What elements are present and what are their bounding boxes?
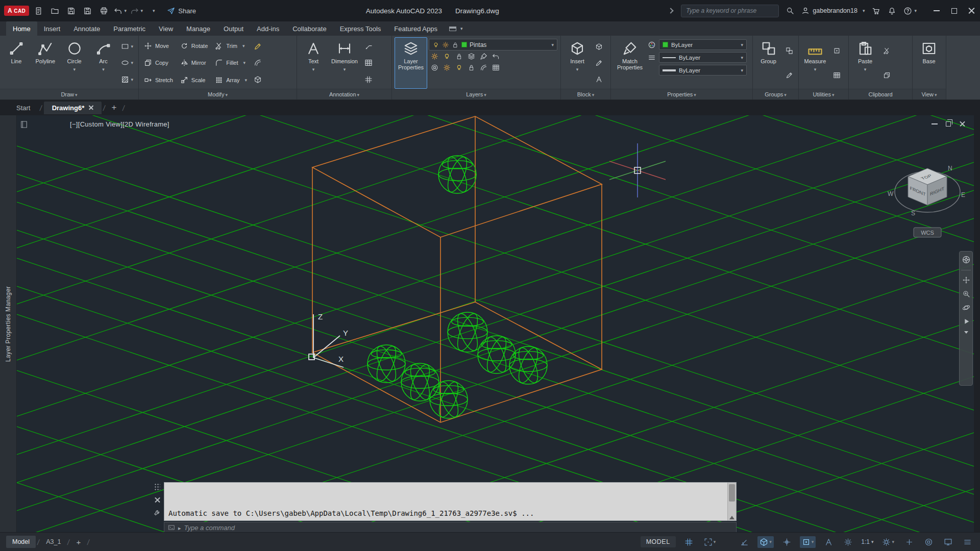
array-button[interactable]: Array [212,76,250,84]
app-store-cart-icon[interactable] [872,7,880,15]
layer-isolate-icon[interactable] [431,64,438,71]
object-color-dropdown[interactable]: ByLayer [659,39,747,50]
viewport-minimize-button[interactable] [932,123,938,124]
snap-mode-toggle[interactable] [702,536,718,548]
properties-panel-label[interactable]: Properties [611,89,752,99]
offset-button[interactable] [252,58,263,67]
layer-make-current-icon[interactable] [468,53,475,60]
text-button[interactable]: Text [300,37,327,89]
layer-properties-button[interactable]: Layer Properties [395,37,427,89]
command-window-grip[interactable] [154,483,160,491]
utilities-panel-label[interactable]: Utilities [799,89,848,99]
layer-off-icon[interactable] [431,53,438,60]
annotation-monitor-toggle[interactable] [903,536,916,548]
block-panel-label[interactable]: Block [561,89,610,99]
modify-panel-label[interactable]: Modify [139,89,297,99]
layer-previous-icon[interactable] [492,53,500,60]
new-drawing-button[interactable] [31,4,45,18]
compass-south[interactable]: S [911,210,915,217]
layer-lock-fade-icon[interactable] [468,64,475,71]
navbar-menu-button[interactable] [964,331,968,334]
mirror-button[interactable]: Mirror [178,59,210,67]
tab-featured-apps[interactable]: Featured Apps [387,21,444,36]
viewport-restore-button[interactable] [946,121,951,127]
viewport-close-button[interactable] [960,121,965,127]
isolate-objects-button[interactable] [922,536,935,548]
layer-dropdown[interactable]: Pintas [429,39,557,51]
save-as-button[interactable] [80,4,94,18]
hatch-tool-button[interactable] [119,75,135,84]
arc-dropdown-arrow[interactable] [102,66,105,74]
base-view-button[interactable]: Base [915,37,943,89]
paste-dropdown-arrow[interactable] [864,66,867,74]
notifications-bell-icon[interactable] [888,7,896,15]
maximize-button[interactable] [945,0,963,21]
define-attributes-button[interactable] [594,75,604,84]
rectangle-tool-button[interactable] [119,42,135,51]
command-customize-wrench-icon[interactable] [154,509,161,516]
grid-display-toggle[interactable] [682,536,695,548]
rotate-button[interactable]: Rotate [178,42,210,50]
circle-dropdown-arrow[interactable] [73,66,76,74]
tab-addins[interactable]: Add-ins [250,21,286,36]
compass-west[interactable]: W [888,190,894,197]
measure-dropdown-arrow[interactable] [814,66,817,74]
block-editor-button[interactable] [594,59,604,67]
annotation-autoscale-toggle[interactable] [842,536,854,548]
app-logo[interactable]: ACAD [4,6,29,16]
tab-collaborate[interactable]: Collaborate [286,21,333,36]
draw-panel-label[interactable]: Draw [0,89,138,99]
layer-lock-icon[interactable] [455,53,463,60]
lineweight-dropdown[interactable]: ByLayer [659,65,747,76]
annotation-visibility-toggle[interactable] [822,536,835,548]
layer-dropdown-arrow[interactable] [551,42,554,47]
file-tab-close-icon[interactable] [89,106,93,110]
qat-customize-button[interactable] [145,4,160,18]
tab-insert[interactable]: Insert [37,21,67,36]
share-button[interactable]: Share [167,7,196,15]
viewcube[interactable]: W S E N TOP FRONT RIGHT WCS [879,134,974,246]
plot-button[interactable] [96,4,111,18]
stretch-button[interactable]: Stretch [141,76,176,84]
properties-list-icon[interactable] [648,54,656,62]
redo-button[interactable] [129,4,143,18]
new-drawing-tab-button[interactable]: + [107,103,121,113]
quick-calc-button[interactable] [831,71,842,80]
collapse-chevron-icon[interactable] [668,8,674,13]
ungroup-button[interactable] [784,46,795,55]
leader-button[interactable] [363,42,374,51]
show-motion-button[interactable] [962,317,970,325]
arc-button[interactable]: Arc [90,37,117,89]
annotation-grid-button[interactable] [363,75,374,84]
ellipse-tool-button[interactable] [119,58,135,67]
tab-view[interactable]: View [152,21,180,36]
compass-north[interactable]: N [948,165,952,172]
command-window[interactable]: Automatic save to C:\Users\gabeb\AppData… [164,482,737,532]
groups-panel-label[interactable]: Groups [753,89,798,99]
create-block-button[interactable] [594,42,604,51]
table-button[interactable] [363,58,374,67]
recent-commands-arrow[interactable] [178,524,181,532]
match-properties-button[interactable]: Match Properties [614,37,646,89]
measure-button[interactable]: Measure [801,37,829,89]
layer-properties-manager-strip[interactable]: Layer Properties Manager [0,115,17,532]
orbit-button[interactable] [962,304,970,312]
insert-dropdown-arrow[interactable] [576,66,579,74]
model-tab[interactable]: Model [6,536,36,548]
insert-block-button[interactable]: Insert [564,37,591,89]
pan-button[interactable] [962,276,970,284]
object-snap-toggle[interactable] [800,536,816,548]
circle-button[interactable]: Circle [61,37,88,89]
new-layout-button[interactable]: + [71,535,86,549]
layer-freeze-icon[interactable] [443,64,451,71]
explode-button[interactable] [252,75,263,84]
polar-tracking-toggle[interactable] [738,536,751,548]
layer-match-icon[interactable] [480,53,487,60]
help-menu[interactable] [903,7,917,15]
steering-wheel-button[interactable] [962,255,971,264]
customization-menu-button[interactable] [961,536,974,548]
text-dropdown-arrow[interactable] [312,66,315,74]
graphics-performance-button[interactable] [942,536,954,548]
dimension-button[interactable]: Dimension [329,37,360,89]
file-tab-start[interactable]: Start [8,102,38,114]
